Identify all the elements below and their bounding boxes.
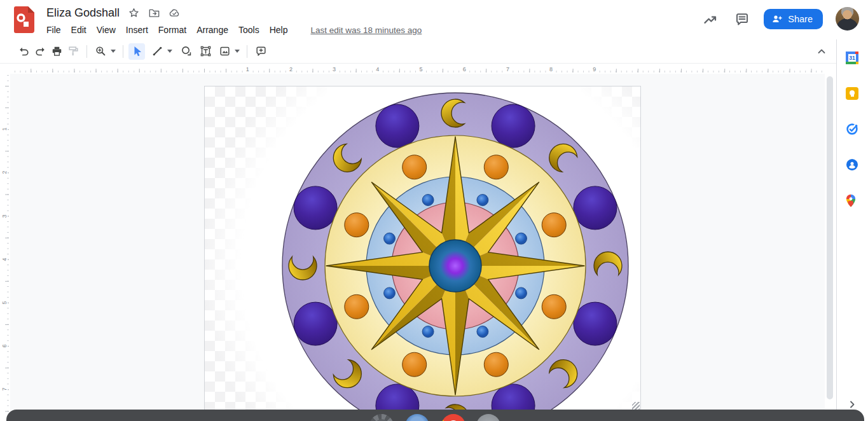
share-button[interactable]: Share [764, 9, 823, 29]
tasks-icon[interactable] [846, 123, 858, 135]
zoom-dropdown-caret[interactable] [109, 43, 118, 60]
zoom-tool-button[interactable] [92, 43, 109, 60]
menu-arrange[interactable]: Arrange [191, 23, 233, 37]
ruler-number: 4 [1, 255, 8, 264]
ruler-number: 2 [1, 168, 8, 177]
ruler-corner [0, 64, 10, 74]
last-edit-link[interactable]: Last edit was 18 minutes ago [310, 25, 422, 35]
paint-format-button[interactable] [65, 43, 81, 60]
ruler-number: 3 [331, 66, 337, 72]
image-dropdown-caret[interactable] [233, 43, 242, 60]
ruler-number: 5 [1, 298, 8, 307]
dock-app-icon[interactable] [476, 414, 500, 421]
toolbar-separator [86, 45, 87, 58]
hide-menus-chevron-button[interactable] [815, 45, 829, 59]
header-actions: Share [703, 7, 859, 31]
text-box-tool-button[interactable] [197, 43, 214, 60]
cloud-saved-icon[interactable] [169, 7, 181, 19]
ruler-number: 9 [591, 66, 597, 72]
page-resize-grip[interactable] [632, 402, 640, 410]
title-area: Eliza Godshall File Edit View Insert For… [46, 4, 422, 37]
toolbar [0, 39, 868, 64]
horizontal-ruler: 123456789 [10, 64, 825, 74]
google-drawings-app: Eliza Godshall File Edit View Insert For… [0, 0, 868, 421]
line-dropdown-caret[interactable] [165, 43, 174, 60]
system-dock [6, 410, 864, 421]
canvas-workspace [10, 74, 825, 421]
menu-help[interactable]: Help [265, 23, 293, 37]
google-drawings-logo-icon[interactable] [14, 6, 34, 33]
menu-tools[interactable]: Tools [233, 23, 265, 37]
toolbar-separator [247, 45, 247, 58]
ruler-number: 2 [288, 66, 294, 72]
account-avatar[interactable] [836, 7, 859, 31]
redo-button[interactable] [32, 43, 48, 60]
calendar-icon[interactable]: 31 [846, 52, 858, 64]
menu-format[interactable]: Format [153, 23, 191, 37]
ruler-number: 6 [462, 66, 467, 72]
dock-settings-icon[interactable] [369, 414, 394, 421]
menu-file[interactable]: File [41, 23, 66, 37]
select-tool-button[interactable] [128, 43, 145, 60]
document-title[interactable]: Eliza Godshall [46, 6, 120, 20]
ruler-number: 7 [505, 66, 511, 72]
star-icon[interactable] [128, 7, 140, 19]
move-folder-icon[interactable] [148, 7, 160, 19]
menu-view[interactable]: View [92, 23, 121, 37]
dock-app-icon[interactable] [405, 414, 429, 421]
header: Eliza Godshall File Edit View Insert For… [0, 0, 868, 39]
ruler-number: 4 [375, 66, 380, 72]
contacts-icon[interactable] [846, 158, 858, 171]
center-orb [429, 240, 481, 292]
ruler-number: 8 [548, 66, 554, 72]
share-label: Share [788, 14, 813, 24]
line-tool-button[interactable] [149, 43, 165, 60]
add-comment-button[interactable] [252, 43, 269, 60]
ruler-number: 3 [1, 212, 8, 221]
calendar-day-label: 31 [848, 54, 856, 62]
activity-icon[interactable] [703, 11, 718, 27]
comments-icon[interactable] [734, 11, 750, 27]
vertical-ruler: 1234567 [0, 74, 10, 421]
ruler-number: 7 [1, 385, 8, 394]
keep-icon[interactable] [846, 87, 858, 100]
undo-button[interactable] [15, 43, 32, 60]
maps-icon[interactable] [846, 194, 858, 207]
ruler-number: 5 [418, 66, 424, 72]
menu-insert[interactable]: Insert [121, 23, 153, 37]
insert-image-button[interactable] [216, 43, 233, 60]
google-side-panel: 31 [836, 39, 868, 421]
scrollbar-thumb[interactable] [827, 76, 833, 399]
ruler-number: 6 [1, 342, 8, 350]
mandala-drawing[interactable] [205, 86, 640, 421]
menu-edit[interactable]: Edit [66, 23, 92, 37]
menu-bar: File Edit View Insert Format Arrange Too… [41, 23, 422, 37]
drawing-page[interactable] [204, 86, 641, 421]
dock-chrome-icon[interactable] [441, 414, 465, 421]
toolbar-separator [123, 45, 123, 58]
scrollbar-track [825, 74, 836, 421]
person-add-icon [771, 13, 783, 25]
shape-tool-button[interactable] [178, 43, 195, 60]
ruler-number: 1 [1, 125, 8, 134]
ruler-number: 1 [245, 66, 251, 72]
print-button[interactable] [48, 43, 65, 60]
